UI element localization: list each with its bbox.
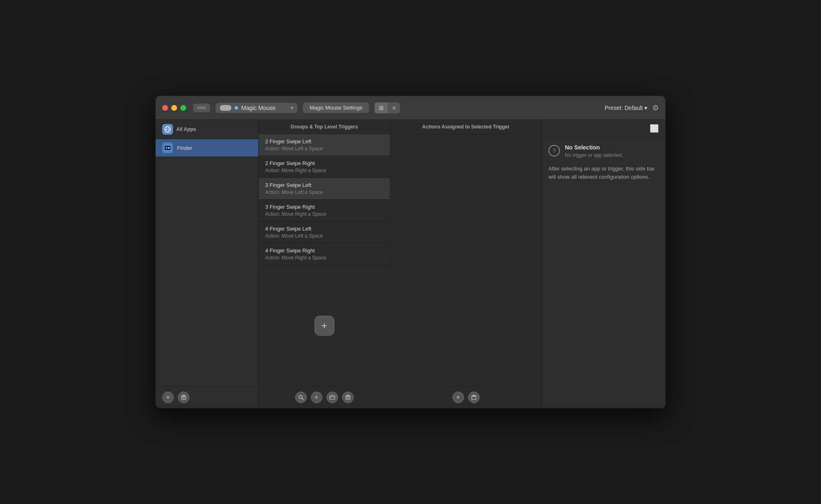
svg-rect-8: [182, 395, 185, 396]
svg-rect-27: [472, 397, 476, 400]
back-button[interactable]: <<<: [193, 103, 210, 112]
list-item[interactable]: 4 Finger Swipe Right Action: Move Right …: [259, 243, 390, 265]
connection-dot: [235, 106, 238, 110]
trigger-action: Action: Move Right a Space: [265, 255, 383, 261]
actions-header-label: Actions Assigned to Selected Trigger: [422, 124, 509, 130]
view-toggle: ⊞ ≡: [374, 102, 400, 114]
delete-trigger-button[interactable]: [342, 392, 354, 403]
svg-rect-26: [473, 395, 475, 396]
list-item[interactable]: 2 Finger Swipe Left Action: Move Left a …: [259, 134, 390, 156]
triggers-header-label: Groups & Top Level Triggers: [291, 124, 358, 130]
question-icon: ?: [548, 145, 560, 156]
triggers-panel-header: Groups & Top Level Triggers: [259, 120, 390, 134]
trigger-action: Action: Move Left a Space: [265, 189, 383, 195]
add-trigger-footer-button[interactable]: +: [311, 392, 322, 403]
minimize-button[interactable]: [171, 105, 177, 111]
trigger-name: 2 Finger Swipe Left: [265, 138, 383, 145]
no-selection-subtitle: No trigger or app selected.: [565, 152, 623, 158]
triggers-footer: +: [259, 386, 390, 408]
main-content: All Apps Finder +: [156, 120, 665, 408]
add-action-button[interactable]: +: [452, 392, 464, 403]
list-item[interactable]: 4 Finger Swipe Left Action: Move Left a …: [259, 222, 390, 243]
trigger-action: Action: Move Right a Space: [265, 211, 383, 217]
no-selection-area: ? No Selection No trigger or app selecte…: [548, 144, 659, 158]
trigger-name: 3 Finger Swipe Right: [265, 204, 383, 210]
trigger-name: 3 Finger Swipe Left: [265, 182, 383, 188]
trigger-action: Action: Move Left a Space: [265, 233, 383, 239]
trigger-name: 4 Finger Swipe Right: [265, 247, 383, 254]
delete-app-button[interactable]: [178, 392, 189, 403]
add-trigger-area: +: [259, 265, 390, 386]
gear-icon[interactable]: ⚙: [652, 103, 659, 112]
list-item[interactable]: 3 Finger Swipe Right Action: Move Right …: [259, 200, 390, 222]
list-view-button[interactable]: ≡: [388, 103, 400, 113]
list-item[interactable]: 2 Finger Swipe Right Action: Move Right …: [259, 156, 390, 178]
delete-action-button[interactable]: [468, 392, 480, 403]
window-controls: [162, 105, 186, 111]
actions-panel: Actions Assigned to Selected Trigger +: [390, 120, 542, 408]
search-icon[interactable]: [295, 392, 307, 403]
no-selection-title: No Selection: [565, 144, 623, 151]
title-bar: <<< Magic Mouse ▾ Magic Mouse Settings ⊞…: [156, 96, 665, 120]
all-apps-label: All Apps: [176, 126, 196, 132]
preset-selector[interactable]: Preset: Default ▾: [605, 105, 648, 111]
maximize-button[interactable]: [180, 105, 186, 111]
add-trigger-button[interactable]: +: [315, 316, 334, 336]
trigger-action: Action: Move Left a Space: [265, 146, 383, 152]
panel-collapse-icon[interactable]: ⬜: [650, 124, 659, 133]
config-header: ⬜: [542, 120, 665, 138]
svg-line-14: [302, 398, 303, 400]
list-item[interactable]: 3 Finger Swipe Left Action: Move Left a …: [259, 178, 390, 200]
actions-panel-header: Actions Assigned to Selected Trigger: [390, 120, 541, 134]
all-apps-icon: [162, 124, 173, 135]
add-group-button[interactable]: [327, 392, 338, 403]
apps-footer: +: [156, 386, 258, 408]
chevron-down-icon: ▾: [291, 105, 293, 111]
main-window: <<< Magic Mouse ▾ Magic Mouse Settings ⊞…: [155, 96, 666, 408]
finder-icon: [162, 142, 173, 153]
grid-view-button[interactable]: ⊞: [375, 103, 388, 113]
device-selector[interactable]: Magic Mouse ▾: [215, 103, 298, 113]
device-icon: [220, 105, 231, 111]
trigger-name: 2 Finger Swipe Right: [265, 160, 383, 166]
close-button[interactable]: [162, 105, 168, 111]
svg-rect-6: [166, 148, 169, 148]
trigger-name: 4 Finger Swipe Left: [265, 226, 383, 232]
triggers-panel: Groups & Top Level Triggers 2 Finger Swi…: [259, 120, 390, 408]
finder-label: Finder: [177, 145, 192, 151]
config-body: ? No Selection No trigger or app selecte…: [542, 138, 665, 408]
device-name: Magic Mouse: [241, 105, 287, 111]
apps-panel: All Apps Finder +: [156, 120, 259, 408]
svg-rect-20: [347, 395, 349, 396]
add-app-button[interactable]: +: [162, 392, 174, 403]
svg-rect-15: [330, 396, 335, 399]
config-description: After selecting an app or trigger, this …: [548, 165, 659, 181]
no-selection-text: No Selection No trigger or app selected.: [565, 144, 623, 158]
actions-footer: +: [390, 386, 541, 408]
settings-button[interactable]: Magic Mouse Settings: [303, 102, 369, 113]
config-panel: ⬜ ? No Selection No trigger or app selec…: [542, 120, 665, 408]
sidebar-item-finder[interactable]: Finder: [156, 139, 258, 156]
trigger-action: Action: Move Right a Space: [265, 168, 383, 173]
apps-panel-header: All Apps: [156, 120, 258, 139]
